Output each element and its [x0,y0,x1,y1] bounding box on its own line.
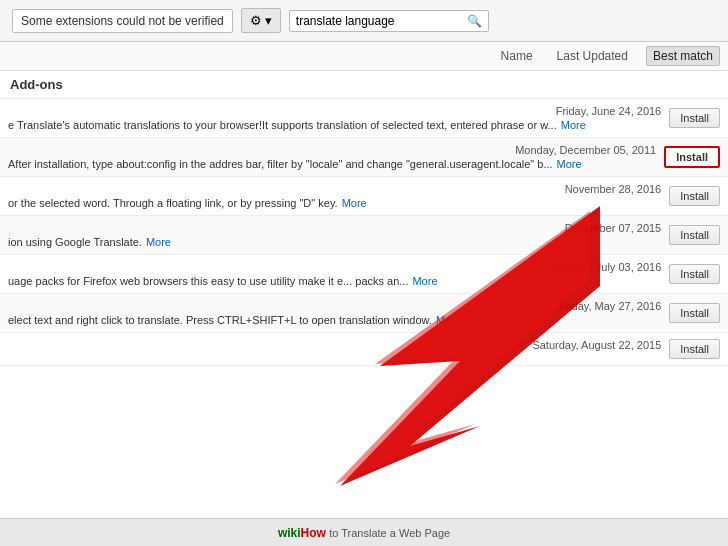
search-input[interactable] [296,14,463,28]
addon-content: Friday, May 27, 2016elect text and right… [8,300,661,326]
top-bar: Some extensions could not be verified ⚙ … [0,0,728,42]
dropdown-icon: ▾ [265,13,272,28]
warning-text: Some extensions could not be verified [21,14,224,28]
col-header-best-match[interactable]: Best match [646,46,720,66]
addon-desc: or the selected word. Through a floating… [8,197,661,209]
addon-desc: ion using Google Translate.More [8,236,661,248]
gear-button[interactable]: ⚙ ▾ [241,8,281,33]
wikihow-brand: How [301,526,326,540]
addon-date: November 28, 2016 [8,183,661,195]
addon-date: December 07, 2015 [8,222,661,234]
install-button[interactable]: Install [669,303,720,323]
table-row: Friday, May 27, 2016elect text and right… [0,294,728,333]
addon-content: Monday, December 05, 2011After installat… [8,144,656,170]
table-row: Friday, June 24, 2016e Translate's autom… [0,99,728,138]
install-button[interactable]: Install [669,339,720,359]
install-button[interactable]: Install [669,186,720,206]
addon-date: Friday, June 24, 2016 [8,105,661,117]
addon-date: Monday, December 05, 2011 [8,144,656,156]
gear-icon: ⚙ [250,13,262,28]
addon-date: Saturday, August 22, 2015 [8,339,661,351]
more-link[interactable]: More [557,158,582,170]
wikihow-prefix: wikiHow to Translate a Web Page [278,526,450,540]
addon-list: Friday, June 24, 2016e Translate's autom… [0,99,728,366]
table-row: November 28, 2016or the selected word. T… [0,177,728,216]
more-link[interactable]: More [412,275,437,287]
column-headers: Name Last Updated Best match [0,42,728,71]
install-button[interactable]: Install [664,146,720,168]
table-row: December 07, 2015ion using Google Transl… [0,216,728,255]
table-row: Saturday, August 22, 2015Install [0,333,728,366]
search-bar: 🔍 [289,10,489,32]
wikihow-suffix: to Translate a Web Page [329,527,450,539]
addon-content: December 07, 2015ion using Google Transl… [8,222,661,248]
col-header-last-updated[interactable]: Last Updated [551,47,634,65]
table-row: Monday, December 05, 2011After installat… [0,138,728,177]
col-header-name[interactable]: Name [495,47,539,65]
addon-desc: e Translate's automatic translations to … [8,119,661,131]
wikihow-bar: wikiHow to Translate a Web Page [0,518,728,546]
addon-date: Friday, May 27, 2016 [8,300,661,312]
install-button[interactable]: Install [669,264,720,284]
addon-content: Friday, June 24, 2016e Translate's autom… [8,105,661,131]
addon-content: November 28, 2016or the selected word. T… [8,183,661,209]
addons-title: Add-ons [0,71,728,99]
addon-desc: elect text and right click to translate.… [8,314,661,326]
more-link[interactable]: Mo... [436,314,460,326]
search-icon: 🔍 [467,14,482,28]
addon-desc: uage packs for Firefox web browsers this… [8,275,661,287]
wikihow-logo: wikiHow [278,526,329,540]
more-link[interactable]: More [342,197,367,209]
addon-desc: After installation, type about:config in… [8,158,656,170]
more-link[interactable]: More [146,236,171,248]
table-row: Sunday, July 03, 2016uage packs for Fire… [0,255,728,294]
extension-warning: Some extensions could not be verified [12,9,233,33]
addon-date: Sunday, July 03, 2016 [8,261,661,273]
addon-content: Saturday, August 22, 2015 [8,339,661,353]
addon-content: Sunday, July 03, 2016uage packs for Fire… [8,261,661,287]
install-button[interactable]: Install [669,225,720,245]
install-button[interactable]: Install [669,108,720,128]
more-link[interactable]: More [561,119,586,131]
